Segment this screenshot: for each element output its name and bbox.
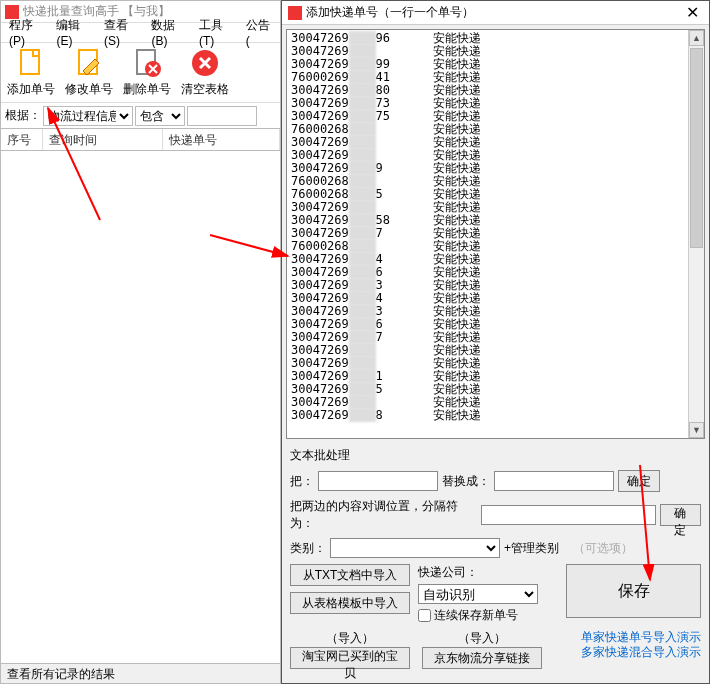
filter-op-select[interactable]: 包含	[135, 106, 185, 126]
menu-edit[interactable]: 编辑(E)	[52, 17, 97, 48]
textarea-content[interactable]: 30047269000096 安能快递 300472690000 安能快递 30…	[287, 30, 688, 438]
filter-bar: 根据： 物流过程信息 包含	[1, 103, 280, 129]
toolbar: 添加单号 修改单号 删除单号 清空表格	[1, 43, 280, 103]
close-icon[interactable]: ✕	[682, 3, 703, 22]
menu-notice[interactable]: 公告(	[242, 17, 276, 48]
taobao-import-label: （导入）	[326, 630, 374, 647]
save-button[interactable]: 保存	[566, 564, 701, 618]
svg-rect-0	[21, 50, 39, 74]
scroll-down-icon[interactable]: ▼	[689, 422, 704, 438]
menu-program[interactable]: 程序(P)	[5, 17, 50, 48]
filter-root-label: 根据：	[5, 107, 41, 124]
menu-data[interactable]: 数据(B)	[147, 17, 192, 48]
manage-category-link[interactable]: +管理类别	[504, 540, 559, 557]
swap-sep-input[interactable]	[481, 505, 656, 525]
dialog-icon	[288, 6, 302, 20]
add-document-icon	[15, 47, 47, 79]
replace-to-input[interactable]	[494, 471, 614, 491]
demo-links: 单家快递单号导入演示 多家快递混合导入演示	[581, 630, 701, 660]
replace-from-input[interactable]	[318, 471, 438, 491]
courier-label: 快递公司：	[418, 564, 538, 581]
menu-tools[interactable]: 工具(T)	[195, 17, 240, 48]
menubar[interactable]: 程序(P) 编辑(E) 查看(S) 数据(B) 工具(T) 公告(	[1, 23, 280, 43]
delete-document-icon	[131, 47, 163, 79]
single-courier-demo-link[interactable]: 单家快递单号导入演示	[581, 630, 701, 645]
col-seq[interactable]: 序号	[1, 129, 43, 150]
delete-button[interactable]: 删除单号	[123, 47, 171, 98]
category-select[interactable]	[330, 538, 500, 558]
taobao-import-button[interactable]: 淘宝网已买到的宝贝	[290, 647, 410, 669]
clear-button[interactable]: 清空表格	[181, 47, 229, 98]
replace-to-label: 替换成：	[442, 473, 490, 490]
optional-label: （可选项）	[573, 540, 633, 557]
main-window: 快递批量查询高手 【与我】 程序(P) 编辑(E) 查看(S) 数据(B) 工具…	[0, 0, 281, 684]
filter-field-select[interactable]: 物流过程信息	[43, 106, 133, 126]
tracking-textarea[interactable]: 30047269000096 安能快递 300472690000 安能快递 30…	[286, 29, 705, 439]
status-bar: 查看所有记录的结果	[1, 663, 280, 683]
scroll-thumb[interactable]	[690, 48, 703, 248]
menu-view[interactable]: 查看(S)	[100, 17, 145, 48]
edit-button[interactable]: 修改单号	[65, 47, 113, 98]
bottom-panel: 文本批处理 把： 替换成： 确定 把两边的内容对调位置，分隔符为： 确定 类别：…	[282, 443, 709, 683]
batch-title: 文本批处理	[290, 447, 701, 464]
list-header: 序号 查询时间 快递单号	[1, 129, 280, 151]
jd-import-button[interactable]: 京东物流分享链接	[422, 647, 542, 669]
col-time[interactable]: 查询时间	[43, 129, 163, 150]
edit-document-icon	[73, 47, 105, 79]
add-button[interactable]: 添加单号	[7, 47, 55, 98]
replace-from-label: 把：	[290, 473, 314, 490]
dialog-title: 添加快递单号（一行一个单号）	[306, 4, 474, 21]
import-template-button[interactable]: 从表格模板中导入	[290, 592, 410, 614]
scrollbar[interactable]: ▲ ▼	[688, 30, 704, 438]
col-tracking[interactable]: 快递单号	[163, 129, 280, 150]
swap-ok-button[interactable]: 确定	[660, 504, 701, 526]
dialog-titlebar: 添加快递单号（一行一个单号） ✕	[282, 1, 709, 25]
swap-label: 把两边的内容对调位置，分隔符为：	[290, 498, 477, 532]
scroll-up-icon[interactable]: ▲	[689, 30, 704, 46]
clear-icon	[189, 47, 221, 79]
add-tracking-dialog: 添加快递单号（一行一个单号） ✕ 30047269000096 安能快递 300…	[281, 0, 710, 684]
multi-courier-demo-link[interactable]: 多家快递混合导入演示	[581, 645, 701, 660]
courier-select[interactable]: 自动识别	[418, 584, 538, 604]
filter-input[interactable]	[187, 106, 257, 126]
replace-ok-button[interactable]: 确定	[618, 470, 660, 492]
list-body	[1, 151, 280, 663]
category-label: 类别：	[290, 540, 326, 557]
keep-new-checkbox[interactable]: 连续保存新单号	[418, 607, 538, 624]
import-txt-button[interactable]: 从TXT文档中导入	[290, 564, 410, 586]
jd-import-label: （导入）	[458, 630, 506, 647]
